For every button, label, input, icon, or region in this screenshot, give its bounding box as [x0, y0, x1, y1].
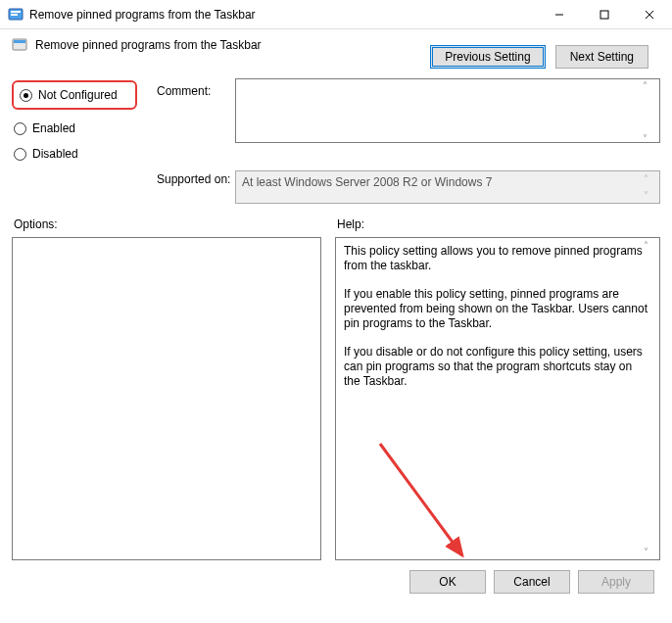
- policy-title: Remove pinned programs from the Taskbar: [35, 38, 262, 52]
- settings-icon: [12, 37, 27, 53]
- supported-on-label: Supported on:: [157, 172, 235, 186]
- svg-rect-4: [600, 11, 608, 19]
- lower-area: Options: Help: This policy setting allow…: [0, 204, 672, 560]
- ok-button[interactable]: OK: [409, 570, 486, 594]
- help-label: Help:: [335, 210, 660, 237]
- radio-label: Disabled: [32, 147, 78, 161]
- footer: OK Cancel Apply: [0, 560, 672, 603]
- previous-setting-button[interactable]: Previous Setting: [430, 45, 545, 69]
- comment-textarea[interactable]: [235, 78, 660, 143]
- policy-icon: [8, 7, 24, 23]
- close-button[interactable]: [627, 0, 672, 29]
- radio-label: Not Configured: [38, 88, 118, 102]
- supported-on-field: At least Windows Server 2008 R2 or Windo…: [235, 170, 660, 204]
- minimize-button[interactable]: [537, 0, 582, 29]
- apply-button[interactable]: Apply: [578, 570, 654, 594]
- help-text: If you enable this policy setting, pinne…: [344, 287, 651, 331]
- radio-icon: [14, 122, 26, 135]
- scrollbar-icon: ˄˅: [644, 173, 657, 201]
- help-text: If you disable or do not configure this …: [344, 345, 651, 389]
- radio-icon: [14, 148, 26, 161]
- svg-rect-1: [11, 11, 21, 13]
- radio-icon: [20, 89, 32, 102]
- supported-on-value: At least Windows Server 2008 R2 or Windo…: [242, 175, 492, 189]
- banner: Remove pinned programs from the Taskbar …: [0, 29, 672, 69]
- maximize-button[interactable]: [582, 0, 627, 29]
- window-title: Remove pinned programs from the Taskbar: [29, 8, 537, 22]
- radio-label: Enabled: [32, 121, 75, 135]
- radio-enabled[interactable]: Enabled: [12, 116, 157, 141]
- help-text: This policy setting allows you to remove…: [344, 244, 651, 273]
- svg-rect-2: [11, 14, 18, 16]
- options-panel: [12, 237, 321, 560]
- state-column: Not Configured Enabled Disabled: [12, 74, 157, 167]
- cancel-button[interactable]: Cancel: [494, 570, 570, 594]
- comment-label: Comment:: [157, 84, 235, 98]
- config-row: Not Configured Enabled Disabled Comment:…: [0, 69, 672, 167]
- help-panel: This policy setting allows you to remove…: [335, 237, 660, 560]
- scrollbar-icon: ˄˅: [644, 240, 657, 557]
- annotation-highlight: Not Configured: [12, 80, 137, 110]
- svg-rect-8: [14, 40, 25, 43]
- window-controls: [537, 0, 672, 29]
- titlebar: Remove pinned programs from the Taskbar: [0, 0, 672, 29]
- radio-disabled[interactable]: Disabled: [12, 141, 157, 167]
- radio-not-configured[interactable]: Not Configured: [18, 86, 129, 104]
- options-label: Options:: [12, 210, 321, 237]
- next-setting-button[interactable]: Next Setting: [555, 45, 648, 69]
- supported-row: Supported on: At least Windows Server 20…: [0, 167, 672, 204]
